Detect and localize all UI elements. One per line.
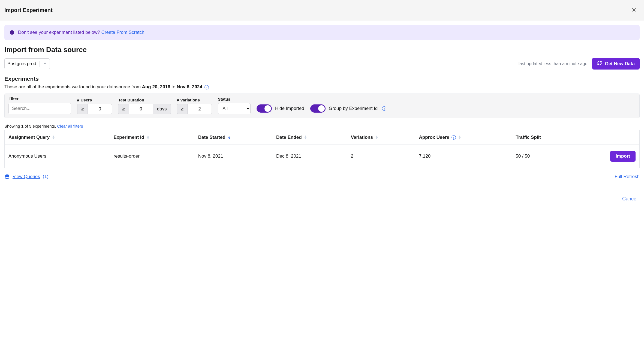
banner-text: Don't see your experiment listed below? bbox=[18, 30, 100, 35]
close-icon[interactable]: ✕ bbox=[629, 5, 639, 15]
variations-label: # Variations bbox=[177, 98, 212, 102]
experiments-title: Experiments bbox=[4, 76, 640, 82]
sort-icon: ▲▼ bbox=[52, 136, 55, 139]
variations-input-group: ≥ bbox=[177, 104, 212, 114]
col-experiment-id-label: Experiment Id bbox=[114, 135, 144, 140]
chevron-down-icon bbox=[43, 61, 47, 67]
users-op: ≥ bbox=[77, 104, 88, 114]
filter-search-group: Filter bbox=[8, 97, 71, 114]
variations-op: ≥ bbox=[177, 104, 187, 114]
date-from: Aug 20, 2016 bbox=[142, 84, 170, 89]
col-date-started[interactable]: Date Started▲▼ bbox=[194, 130, 272, 145]
search-input[interactable] bbox=[8, 103, 71, 114]
col-date-ended[interactable]: Date Ended▲▼ bbox=[272, 130, 347, 145]
desc-suffix bbox=[202, 84, 204, 89]
view-queries-count: (1) bbox=[43, 174, 49, 179]
status-select[interactable]: All bbox=[218, 103, 251, 114]
hide-imported-label: Hide Imported bbox=[275, 106, 304, 111]
col-action bbox=[576, 130, 640, 145]
col-assignment-query-label: Assignment Query bbox=[8, 135, 50, 140]
cell-date-ended: Dec 8, 2021 bbox=[272, 145, 347, 168]
col-assignment-query[interactable]: Assignment Query▲▼ bbox=[5, 130, 110, 145]
status-label: Status bbox=[218, 97, 251, 101]
users-input-group: ≥ bbox=[77, 104, 112, 114]
showing-suffix: experiments. bbox=[31, 124, 57, 128]
desc-mid: to bbox=[170, 84, 177, 89]
cell-action: Import bbox=[576, 145, 640, 168]
users-label: # Users bbox=[77, 98, 112, 102]
col-approx-users[interactable]: Approx Usersi▲▼ bbox=[415, 130, 512, 145]
group-by-label: Group by Experiment Id bbox=[329, 106, 378, 111]
col-traffic-split-label: Traffic Split bbox=[516, 135, 541, 140]
get-new-data-label: Get New Data bbox=[605, 61, 635, 67]
info-icon[interactable]: i bbox=[204, 85, 209, 89]
clear-all-filters-link[interactable]: Clear all filters bbox=[57, 124, 83, 128]
full-refresh-link[interactable]: Full Refresh bbox=[615, 174, 640, 179]
showing-text: Showing 1 of 5 experiments. Clear all fi… bbox=[4, 124, 640, 128]
table-row: Anonymous Users results-order Nov 8, 202… bbox=[5, 145, 640, 168]
select-divider bbox=[40, 61, 40, 67]
info-icon[interactable]: i bbox=[452, 135, 456, 140]
cell-assignment-query: Anonymous Users bbox=[5, 145, 110, 168]
desc-prefix: These are all of the experiments we foun… bbox=[4, 84, 142, 89]
desc-period: . bbox=[209, 84, 210, 89]
data-source-row: Postgres prod last updated less than a m… bbox=[4, 58, 640, 70]
info-icon[interactable]: i bbox=[382, 106, 386, 111]
cancel-button[interactable]: Cancel bbox=[622, 196, 637, 202]
sort-icon: ▲▼ bbox=[228, 136, 231, 139]
duration-input-group: ≥ days bbox=[118, 104, 171, 114]
banner-content: Don't see your experiment listed below? … bbox=[18, 30, 144, 35]
modal-footer: Cancel bbox=[0, 190, 644, 208]
filter-bar: Filter # Users ≥ Test Duration ≥ days # … bbox=[4, 94, 640, 118]
group-by-toggle-group: Group by Experiment Id i bbox=[310, 104, 387, 113]
filter-users-group: # Users ≥ bbox=[77, 98, 112, 114]
cell-approx-users: 7,120 bbox=[415, 145, 512, 168]
users-input[interactable] bbox=[88, 104, 112, 114]
filter-label: Filter bbox=[8, 97, 71, 101]
duration-op: ≥ bbox=[118, 104, 128, 114]
variations-input[interactable] bbox=[187, 104, 212, 114]
experiments-table: Assignment Query▲▼ Experiment Id▲▼ Date … bbox=[4, 130, 640, 168]
showing-prefix: Showing bbox=[4, 124, 21, 128]
sort-icon: ▲▼ bbox=[146, 136, 150, 139]
hide-imported-toggle-group: Hide Imported bbox=[257, 104, 304, 113]
sort-icon: ▲▼ bbox=[458, 136, 461, 139]
col-variations[interactable]: Variations▲▼ bbox=[347, 130, 415, 145]
modal-title: Import Experiment bbox=[4, 7, 53, 13]
hide-imported-toggle[interactable] bbox=[257, 104, 272, 113]
cell-variations: 2 bbox=[347, 145, 415, 168]
import-button[interactable]: Import bbox=[610, 151, 636, 162]
queries-footer: View Queries (1) Full Refresh bbox=[4, 174, 640, 179]
get-new-data-button[interactable]: Get New Data bbox=[592, 58, 640, 70]
col-traffic-split: Traffic Split bbox=[512, 130, 575, 145]
col-approx-users-label: Approx Users bbox=[419, 135, 449, 140]
import-from-source-title: Import from Data source bbox=[4, 46, 640, 54]
experiments-description: These are all of the experiments we foun… bbox=[4, 84, 640, 90]
cell-experiment-id: results-order bbox=[110, 145, 194, 168]
filter-duration-group: Test Duration ≥ days bbox=[118, 98, 171, 114]
info-icon: i bbox=[10, 30, 14, 35]
col-date-ended-label: Date Ended bbox=[276, 135, 302, 140]
showing-total: 5 bbox=[29, 124, 31, 128]
info-banner: i Don't see your experiment listed below… bbox=[4, 25, 640, 40]
create-from-scratch-link[interactable]: Create From Scratch bbox=[101, 30, 145, 35]
modal-header: Import Experiment ✕ bbox=[0, 0, 644, 20]
view-queries-link[interactable]: View Queries bbox=[13, 174, 40, 179]
sort-icon: ▲▼ bbox=[304, 136, 307, 139]
showing-mid: of bbox=[23, 124, 29, 128]
last-updated-text: last updated less than a minute ago bbox=[519, 61, 588, 66]
col-experiment-id[interactable]: Experiment Id▲▼ bbox=[110, 130, 194, 145]
col-date-started-label: Date Started bbox=[198, 135, 225, 140]
group-by-toggle[interactable] bbox=[310, 104, 326, 113]
showing-n: 1 bbox=[21, 124, 23, 128]
filter-variations-group: # Variations ≥ bbox=[177, 98, 212, 114]
cell-traffic-split: 50 / 50 bbox=[512, 145, 575, 168]
duration-input[interactable] bbox=[129, 104, 153, 114]
data-source-actions: last updated less than a minute ago Get … bbox=[519, 58, 640, 70]
data-source-select[interactable]: Postgres prod bbox=[4, 58, 50, 69]
cell-date-started: Nov 8, 2021 bbox=[194, 145, 272, 168]
duration-unit: days bbox=[153, 104, 171, 114]
refresh-icon bbox=[597, 61, 602, 67]
modal-content: i Don't see your experiment listed below… bbox=[0, 20, 644, 184]
col-variations-label: Variations bbox=[351, 135, 373, 140]
